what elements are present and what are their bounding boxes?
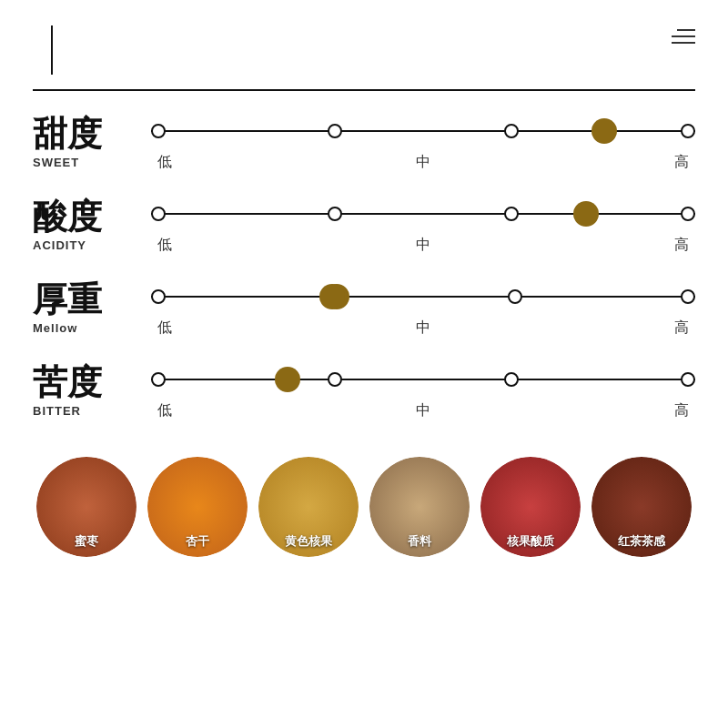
scale-labels-bitter: 低 中 高 xyxy=(151,401,695,420)
scale-label-high-mellow: 高 xyxy=(668,318,695,338)
flavor-scale-mellow: 低 中 高 xyxy=(151,278,695,338)
scale-label-high-acidity: 高 xyxy=(668,236,695,255)
flavor-images: 蜜枣 杏干 黄色核果 香料 核果酸质 红茶茶感 xyxy=(0,431,728,575)
scale-node-sweet-2 xyxy=(504,124,519,138)
scale-active-dot-sweet xyxy=(592,118,617,144)
flavor-label-acidity: 酸度 ACIDITY xyxy=(33,198,151,252)
flavor-img-xiangliao: 香料 xyxy=(369,457,470,557)
page-header xyxy=(0,0,728,89)
scale-active-dot-bitter xyxy=(275,367,300,392)
flavor-img-label-xiangliao: 香料 xyxy=(408,533,431,550)
flavor-label-bitter: 苦度 BITTER xyxy=(33,364,151,418)
flavor-row-mellow: 厚重 Mellow 低 中 高 xyxy=(33,266,695,341)
scale-nodes-mellow xyxy=(151,284,695,309)
flavor-img-circle-mizi: 蜜枣 xyxy=(36,457,136,557)
flavor-img-label-xinggan: 杏干 xyxy=(186,533,209,550)
scale-track-sweet xyxy=(151,113,695,149)
scale-node-mellow-3 xyxy=(681,289,695,304)
flavor-img-label-mizi: 蜜枣 xyxy=(75,533,98,550)
scale-node-sweet-3 xyxy=(681,124,695,138)
flavor-chinese-bitter: 苦度 xyxy=(33,364,151,402)
flavor-img-label-heguosuan: 核果酸质 xyxy=(507,533,554,550)
scale-label-high-sweet: 高 xyxy=(668,153,695,172)
scale-labels-sweet: 低 中 高 xyxy=(151,153,695,172)
menu-button[interactable] xyxy=(672,29,695,44)
flavor-chinese-sweet: 甜度 xyxy=(33,116,151,154)
scale-node-sweet-0 xyxy=(151,124,166,138)
flavor-img-xinggan: 杏干 xyxy=(147,457,248,557)
flavor-section: 甜度 SWEET 低 中 高 酸度 ACIDITY 低 中 高 xyxy=(0,91,728,424)
flavor-label-sweet: 甜度 SWEET xyxy=(33,116,151,169)
flavor-img-circle-xinggan: 杏干 xyxy=(147,457,248,557)
menu-line-top xyxy=(677,29,695,31)
flavor-scale-sweet: 低 中 高 xyxy=(151,113,695,172)
flavor-img-circle-huanghe: 黄色核果 xyxy=(258,457,359,557)
scale-node-bitter-0 xyxy=(151,372,166,387)
scale-labels-mellow: 低 中 高 xyxy=(151,318,695,338)
menu-line-mid xyxy=(672,35,695,37)
scale-node-acidity-1 xyxy=(328,207,342,221)
title-divider xyxy=(51,25,53,75)
flavor-img-label-huanghe: 黄色核果 xyxy=(285,533,332,550)
scale-node-acidity-3 xyxy=(681,207,695,221)
scale-node-bitter-2 xyxy=(504,372,519,387)
flavor-chinese-mellow: 厚重 xyxy=(33,281,151,319)
scale-track-bitter xyxy=(151,361,695,398)
scale-active-dot-acidity xyxy=(573,201,599,227)
flavor-scale-acidity: 低 中 高 xyxy=(151,196,695,255)
scale-labels-acidity: 低 中 高 xyxy=(151,236,695,255)
scale-label-mid-sweet: 中 xyxy=(410,153,437,172)
scale-nodes-acidity xyxy=(151,207,695,221)
scale-track-mellow xyxy=(151,278,695,315)
scale-label-low-sweet: 低 xyxy=(151,153,178,172)
scale-label-low-acidity: 低 xyxy=(151,236,178,255)
scale-node-bitter-3 xyxy=(681,372,695,387)
flavor-scale-bitter: 低 中 高 xyxy=(151,361,695,420)
scale-track-acidity xyxy=(151,196,695,232)
flavor-english-mellow: Mellow xyxy=(33,321,151,335)
flavor-img-circle-heguosuan: 核果酸质 xyxy=(480,457,581,557)
scale-label-low-mellow: 低 xyxy=(151,318,178,338)
scale-label-high-bitter: 高 xyxy=(668,401,695,420)
scale-node-acidity-0 xyxy=(151,207,166,221)
flavor-english-bitter: BITTER xyxy=(33,404,151,418)
flavor-img-hongcha: 红茶茶感 xyxy=(592,457,692,557)
flavor-row-bitter: 苦度 BITTER 低 中 高 xyxy=(33,349,695,424)
scale-label-low-bitter: 低 xyxy=(151,401,178,420)
flavor-chinese-acidity: 酸度 xyxy=(33,198,151,237)
flavor-img-mizi: 蜜枣 xyxy=(36,457,136,557)
scale-label-mid-mellow: 中 xyxy=(410,318,437,338)
scale-node-sweet-1 xyxy=(328,124,342,138)
flavor-img-circle-xiangliao: 香料 xyxy=(369,457,470,557)
flavor-img-label-hongcha: 红茶茶感 xyxy=(618,533,665,550)
flavor-english-acidity: ACIDITY xyxy=(33,238,151,252)
flavor-row-acidity: 酸度 ACIDITY 低 中 高 xyxy=(33,183,695,258)
scale-node-bitter-1 xyxy=(328,372,342,387)
flavor-img-huanghe: 黄色核果 xyxy=(258,457,359,557)
scale-label-mid-bitter: 中 xyxy=(410,401,437,420)
flavor-img-circle-hongcha: 红茶茶感 xyxy=(592,457,692,557)
scale-active-dot-mellow xyxy=(319,284,345,309)
scale-node-acidity-2 xyxy=(504,207,519,221)
scale-node-mellow-2 xyxy=(508,289,522,304)
menu-line-bot xyxy=(672,42,695,44)
flavor-english-sweet: SWEET xyxy=(33,156,151,169)
flavor-label-mellow: 厚重 Mellow xyxy=(33,281,151,335)
flavor-img-heguosuan: 核果酸质 xyxy=(480,457,581,557)
scale-nodes-bitter xyxy=(151,372,695,387)
scale-label-mid-acidity: 中 xyxy=(410,236,437,255)
scale-node-mellow-0 xyxy=(151,289,166,304)
flavor-row-sweet: 甜度 SWEET 低 中 高 xyxy=(33,100,695,176)
